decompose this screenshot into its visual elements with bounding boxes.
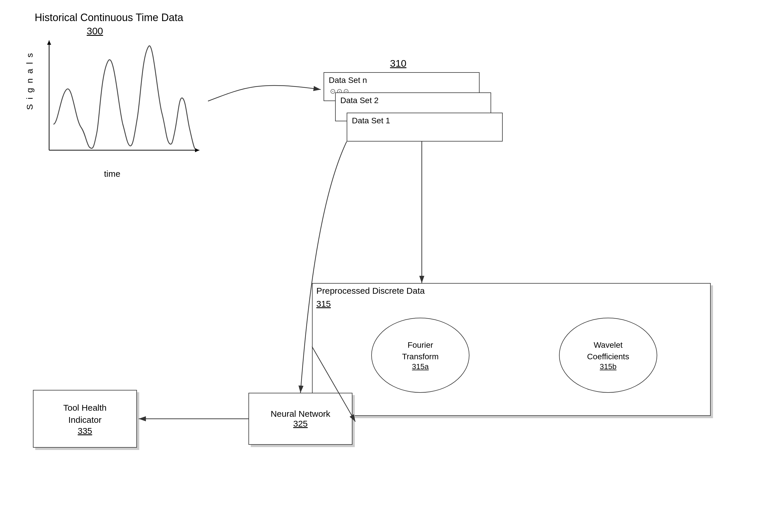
- tool-health-box: Tool HealthIndicator 335: [33, 390, 137, 448]
- dataset-1-box: Data Set 1: [347, 113, 503, 142]
- fourier-oval: FourierTransform 315a: [371, 318, 469, 393]
- tool-health-label: Tool HealthIndicator: [63, 402, 106, 426]
- tool-health-ref: 335: [78, 426, 92, 436]
- wavelet-oval: WaveletCoefficients 315b: [559, 318, 657, 393]
- neural-ref: 325: [293, 419, 308, 429]
- chart-graph: [37, 37, 205, 170]
- svg-marker-3: [47, 40, 51, 45]
- svg-marker-2: [195, 148, 199, 152]
- neural-network-box: Neural Network 325: [248, 393, 353, 445]
- time-label: time: [104, 169, 121, 179]
- data-sets-ref: 310: [390, 58, 406, 69]
- chart-ref: 300: [87, 25, 103, 37]
- diagram-container: { "chart": { "title": "Historical Contin…: [0, 0, 778, 532]
- wavelet-label: WaveletCoefficients: [587, 339, 629, 362]
- signals-label: S i g n a l s: [25, 52, 35, 110]
- neural-label: Neural Network: [271, 409, 330, 419]
- preprocessed-title: Preprocessed Discrete Data: [316, 286, 425, 296]
- chart-title: Historical Continuous Time Data: [35, 12, 183, 24]
- fourier-label: FourierTransform: [402, 339, 439, 362]
- circle-container: FourierTransform 315a WaveletCoefficient…: [326, 306, 702, 404]
- wavelet-ref: 315b: [600, 362, 617, 371]
- fourier-ref: 315a: [412, 362, 429, 371]
